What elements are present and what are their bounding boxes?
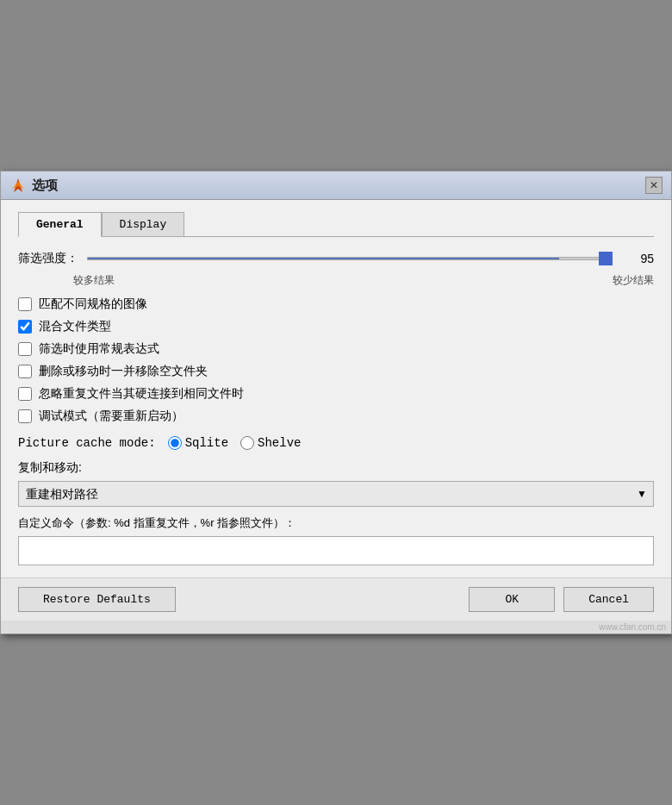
radio-shelve-option[interactable]: Shelve [240, 436, 301, 450]
footer-right: OK Cancel [469, 587, 654, 612]
tabs-container: General Display [18, 212, 654, 237]
slider-fill [88, 258, 559, 259]
filter-right-label: 较少结果 [613, 273, 654, 288]
tab-display[interactable]: Display [102, 212, 185, 237]
title-bar-left: 选项 [9, 177, 58, 194]
checkbox-match-size[interactable] [18, 297, 32, 311]
radio-sqlite[interactable] [168, 436, 182, 450]
checkbox-remove-empty[interactable] [18, 365, 32, 378]
checkbox-mix-types[interactable] [18, 320, 32, 334]
radio-sqlite-label: Sqlite [185, 436, 228, 450]
checkbox-item-6: 调试模式（需要重新启动） [18, 409, 654, 424]
checkbox-item-4: 删除或移动时一并移除空文件夹 [18, 364, 654, 379]
slider-value: 95 [628, 252, 654, 265]
checkbox-hardlink-label: 忽略重复文件当其硬连接到相同文件时 [39, 386, 244, 402]
filter-labels: 较多结果 较少结果 [18, 273, 654, 288]
close-button[interactable]: ✕ [645, 177, 663, 194]
dialog-body: General Display 筛选强度： 95 较多结果 较少结果 匹配不同规… [1, 200, 671, 577]
dropdown-container: 重建相对路径 保持原始路径 仅文件名 ▼ [18, 481, 654, 507]
radio-shelve-label: Shelve [258, 436, 301, 450]
checkbox-debug-label: 调试模式（需要重新启动） [39, 409, 184, 424]
checkbox-match-size-label: 匹配不同规格的图像 [39, 296, 147, 312]
slider-container [87, 257, 613, 260]
custom-cmd-label: 自定义命令（参数: %d 指重复文件，%r 指参照文件）： [18, 515, 654, 531]
dialog-title: 选项 [32, 178, 58, 194]
options-dialog: 选项 ✕ General Display 筛选强度： 95 较多结果 较少结果 [0, 171, 672, 634]
checkbox-hardlink[interactable] [18, 387, 32, 401]
slider-thumb[interactable] [599, 252, 613, 265]
watermark: www.cfan.com.cn [1, 621, 671, 633]
cache-mode-label: Picture cache mode: [18, 436, 156, 450]
dialog-footer: Restore Defaults OK Cancel [1, 577, 671, 621]
checkbox-item-5: 忽略重复文件当其硬连接到相同文件时 [18, 386, 654, 402]
ok-button[interactable]: OK [469, 587, 555, 612]
tab-general[interactable]: General [18, 212, 102, 237]
app-icon [9, 177, 27, 194]
copy-move-dropdown[interactable]: 重建相对路径 保持原始路径 仅文件名 [18, 481, 654, 507]
checkbox-remove-empty-label: 删除或移动时一并移除空文件夹 [39, 364, 208, 379]
title-bar: 选项 ✕ [1, 172, 671, 200]
custom-cmd-input[interactable] [18, 536, 654, 565]
restore-defaults-button[interactable]: Restore Defaults [18, 587, 176, 612]
filter-strength-row: 筛选强度： 95 [18, 251, 654, 266]
cancel-button[interactable]: Cancel [563, 587, 654, 612]
copy-move-label: 复制和移动: [18, 460, 654, 476]
cache-mode-row: Picture cache mode: Sqlite Shelve [18, 436, 654, 450]
checkbox-item-3: 筛选时使用常规表达式 [18, 341, 654, 357]
slider-track [87, 257, 613, 260]
checkbox-regex-label: 筛选时使用常规表达式 [39, 341, 159, 357]
filter-strength-label: 筛选强度： [18, 251, 78, 266]
radio-sqlite-option[interactable]: Sqlite [168, 436, 228, 450]
checkbox-debug[interactable] [18, 409, 32, 423]
checkbox-regex[interactable] [18, 342, 32, 356]
checkbox-item-1: 匹配不同规格的图像 [18, 296, 654, 312]
radio-shelve[interactable] [240, 436, 254, 450]
checkbox-mix-types-label: 混合文件类型 [39, 319, 111, 334]
filter-left-label: 较多结果 [73, 273, 115, 288]
checkbox-item-2: 混合文件类型 [18, 319, 654, 334]
